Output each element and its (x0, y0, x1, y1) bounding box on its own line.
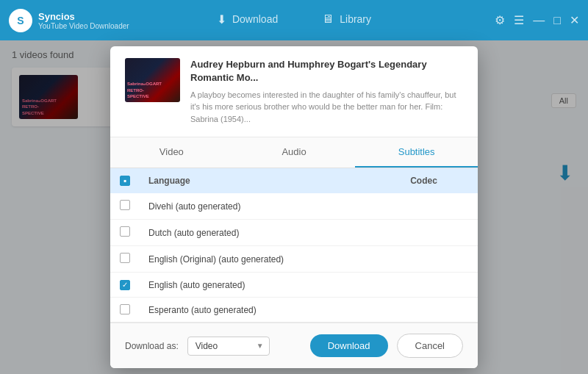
table-row: English (auto generated) (110, 273, 478, 298)
window-controls: ⚙ ☰ — □ ✕ (495, 13, 579, 27)
menu-icon[interactable]: ☰ (514, 13, 524, 27)
select-all-checkbox[interactable] (120, 176, 130, 186)
row-language: Dutch (auto generated) (140, 220, 401, 246)
table-row: Divehi (auto generated) (110, 193, 478, 220)
cancel-button[interactable]: Cancel (397, 334, 463, 358)
library-nav-icon: 🖥 (322, 12, 334, 26)
tab-subtitles[interactable]: Subtitles (355, 137, 478, 168)
table-row: Dutch (auto generated) (110, 220, 478, 246)
row-codec (401, 246, 478, 273)
minimize-button[interactable]: — (533, 14, 545, 27)
row-language: Esperanto (auto generated) (140, 297, 401, 323)
download-button[interactable]: Download (310, 334, 388, 357)
app-name: Syncios (38, 11, 129, 22)
close-button[interactable]: ✕ (570, 13, 579, 27)
modal-header: Audrey Hepburn and Humphrey Bogart's Leg… (110, 46, 478, 138)
tab-audio[interactable]: Audio (233, 137, 356, 168)
table-row: Esperanto (auto generated) (110, 297, 478, 323)
row-checkbox[interactable] (120, 253, 130, 263)
row-codec (401, 297, 478, 323)
modal-title-area: Audrey Hepburn and Humphrey Bogart's Leg… (190, 58, 463, 126)
download-nav-label: Download (232, 13, 278, 25)
settings-icon[interactable]: ⚙ (495, 13, 505, 27)
row-codec (401, 220, 478, 246)
download-as-label: Download as: (125, 341, 179, 351)
row-checkbox[interactable] (120, 200, 130, 210)
modal-dialog: Audrey Hepburn and Humphrey Bogart's Leg… (110, 46, 478, 369)
header-codec: Codec (401, 168, 478, 193)
row-checkbox[interactable] (120, 304, 130, 314)
subtitle-rows: Divehi (auto generated)Dutch (auto gener… (110, 193, 478, 323)
row-checkbox-cell (110, 273, 140, 298)
row-checkbox[interactable] (120, 280, 130, 290)
header-checkbox-cell (110, 168, 140, 193)
modal-description: A playboy becomes interested in the daug… (190, 89, 463, 126)
modal-thumbnail (125, 58, 180, 102)
table-header: Language Codec (110, 168, 478, 193)
main-area: 1 videos found All ...ective ⬇ Audrey He… (0, 40, 588, 374)
titlebar: S Syncios YouTube Video Downloader ⬇ Dow… (0, 0, 588, 40)
modal-title: Audrey Hepburn and Humphrey Bogart's Leg… (190, 58, 463, 84)
nav-tab-download[interactable]: ⬇ Download (195, 0, 300, 40)
logo-icon: S (9, 9, 32, 32)
modal-footer: Download as: Video Audio Subtitles only … (110, 323, 478, 368)
row-language: English (Original) (auto generated) (140, 246, 401, 273)
row-checkbox-cell (110, 220, 140, 246)
maximize-button[interactable]: □ (553, 14, 561, 27)
library-nav-label: Library (340, 13, 371, 25)
row-codec (401, 193, 478, 220)
modal-tabs: Video Audio Subtitles (110, 137, 478, 168)
nav-tabs: ⬇ Download 🖥 Library (195, 0, 393, 40)
row-checkbox-cell (110, 193, 140, 220)
subtitle-table: Language Codec Divehi (auto generated)Du… (110, 168, 478, 323)
row-checkbox-cell (110, 297, 140, 323)
subtitle-table-wrapper[interactable]: Language Codec Divehi (auto generated)Du… (110, 168, 478, 323)
row-language: English (auto generated) (140, 273, 401, 298)
nav-tab-library[interactable]: 🖥 Library (300, 0, 393, 40)
format-select-wrapper: Video Audio Subtitles only ▼ (187, 337, 270, 356)
row-checkbox[interactable] (120, 226, 130, 237)
modal-overlay: Audrey Hepburn and Humphrey Bogart's Leg… (0, 40, 588, 374)
header-language: Language (140, 168, 401, 193)
row-language: Divehi (auto generated) (140, 193, 401, 220)
table-row: English (Original) (auto generated) (110, 246, 478, 273)
row-checkbox-cell (110, 246, 140, 273)
row-codec (401, 273, 478, 298)
download-nav-icon: ⬇ (217, 12, 226, 26)
app-logo: S Syncios YouTube Video Downloader (9, 9, 129, 32)
format-select[interactable]: Video Audio Subtitles only (187, 337, 270, 356)
tab-video[interactable]: Video (110, 137, 233, 168)
app-subtitle: YouTube Video Downloader (38, 22, 129, 30)
